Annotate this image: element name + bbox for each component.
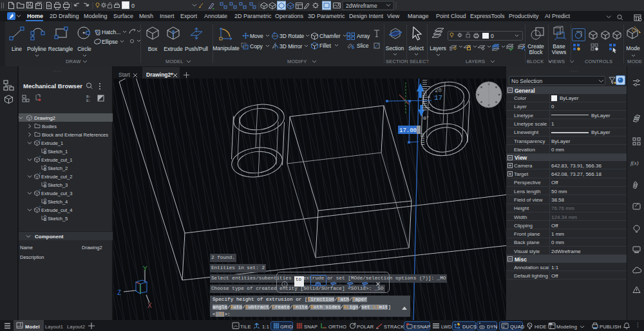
svg-text:20: 20: [435, 88, 442, 94]
svg-text:2dWireframe: 2dWireframe: [346, 3, 377, 9]
svg-text:0: 0: [131, 3, 135, 9]
svg-text:17.00: 17.00: [399, 128, 417, 134]
svg-text:17: 17: [434, 94, 442, 102]
svg-text:X: X: [147, 302, 152, 309]
svg-text:0°: 0°: [423, 115, 430, 121]
svg-text:Z: Z: [117, 289, 121, 296]
svg-text:E↓: E↓: [86, 99, 91, 102]
svg-text:Y: Y: [143, 265, 147, 272]
